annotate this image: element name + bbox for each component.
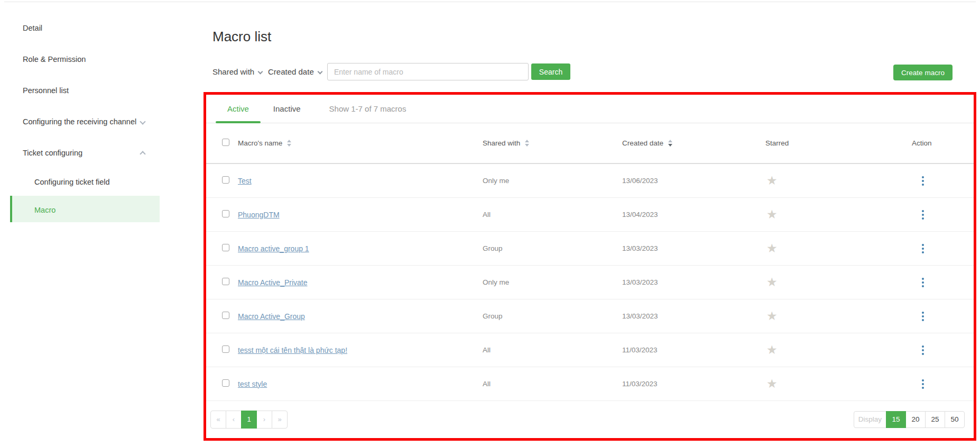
macro-name-link[interactable]: Macro Active_Private <box>238 278 308 287</box>
star-icon[interactable]: ★ <box>766 310 778 322</box>
sidebar-item-macro[interactable]: Macro <box>34 206 56 214</box>
row-checkbox[interactable] <box>222 176 229 184</box>
macro-name-link[interactable]: test style <box>238 380 267 388</box>
page-size-option-25[interactable]: 25 <box>925 411 945 428</box>
search-button[interactable]: Search <box>531 63 570 80</box>
star-icon[interactable]: ★ <box>766 276 778 288</box>
row-actions-kebab-icon[interactable] <box>920 378 926 390</box>
chevron-down-icon <box>317 69 322 75</box>
page-navigation: « ‹ 1 › » <box>210 411 288 429</box>
sidebar-item-personnel-list[interactable]: Personnel list <box>23 86 69 95</box>
tab-active[interactable]: Active <box>216 95 261 123</box>
row-checkbox[interactable] <box>222 312 229 319</box>
tab-bar: Active Inactive Show 1-7 of 7 macros <box>206 95 974 123</box>
column-header-created-date[interactable]: Created date <box>622 139 765 147</box>
previous-page-button[interactable]: ‹ <box>226 411 242 429</box>
table-body: Test Only me 13/06/2023 ★ PhuongDTM All … <box>206 164 974 401</box>
next-page-button[interactable]: › <box>256 411 272 429</box>
shared-with-value: Only me <box>483 177 622 185</box>
chevron-down-icon <box>258 69 263 75</box>
column-header-shared-with[interactable]: Shared with <box>483 139 622 147</box>
row-checkbox[interactable] <box>222 345 229 353</box>
chevron-down-icon[interactable] <box>140 119 145 124</box>
macro-name-link[interactable]: PhuongDTM <box>238 211 280 219</box>
star-icon[interactable]: ★ <box>766 175 778 187</box>
created-date-filter-dropdown[interactable]: Created date <box>268 67 322 76</box>
sort-desc-icon[interactable] <box>668 140 672 147</box>
macro-name-link[interactable]: tesst một cái tên thật là phức tạp! <box>238 346 347 354</box>
table-row: tesst một cái tên thật là phức tạp! All … <box>206 333 974 367</box>
created-date-value: 13/04/2023 <box>622 211 765 219</box>
sidebar-item-detail[interactable]: Detail <box>23 24 42 32</box>
select-all-checkbox[interactable] <box>222 139 229 146</box>
row-actions-kebab-icon[interactable] <box>920 344 926 357</box>
sidebar-item-ticket-configuring[interactable]: Ticket configuring <box>23 149 82 157</box>
column-header-starred: Starred <box>765 139 912 147</box>
table-row: Macro Active_Private Only me 13/03/2023 … <box>206 266 974 299</box>
results-summary: Show 1-7 of 7 macros <box>329 95 406 123</box>
created-date-value: 13/03/2023 <box>622 244 765 252</box>
shared-with-value: All <box>483 211 622 219</box>
annotation-rectangle: Active Inactive Show 1-7 of 7 macros Mac… <box>204 92 976 441</box>
shared-with-value: All <box>483 380 622 388</box>
row-checkbox[interactable] <box>222 244 229 251</box>
row-actions-kebab-icon[interactable] <box>920 208 926 221</box>
sort-icon[interactable] <box>525 140 529 147</box>
row-checkbox[interactable] <box>222 278 229 285</box>
row-checkbox[interactable] <box>222 210 229 217</box>
macro-name-link[interactable]: Macro active_group 1 <box>238 244 309 253</box>
page: Detail Role & Permission Personnel list … <box>0 0 980 446</box>
table-header: Macro's name Shared with Created date St… <box>206 123 974 164</box>
created-date-value: 11/03/2023 <box>622 346 765 354</box>
table-row: Test Only me 13/06/2023 ★ <box>206 164 974 198</box>
row-actions-kebab-icon[interactable] <box>920 242 926 255</box>
column-header-macro-name[interactable]: Macro's name <box>238 139 483 147</box>
created-date-value: 13/03/2023 <box>622 312 765 320</box>
row-actions-kebab-icon[interactable] <box>920 276 926 289</box>
table-row: Macro Active_Group Group 13/03/2023 ★ <box>206 299 974 333</box>
page-size-selector: Display 15 20 25 50 <box>854 411 965 428</box>
star-icon[interactable]: ★ <box>766 242 778 254</box>
chevron-up-icon[interactable] <box>140 151 145 157</box>
table-row: PhuongDTM All 13/04/2023 ★ <box>206 198 974 232</box>
first-page-button[interactable]: « <box>210 411 226 429</box>
shared-with-value: Group <box>483 312 622 320</box>
page-title: Macro list <box>212 29 271 45</box>
table-row: test style All 11/03/2023 ★ <box>206 367 974 401</box>
macro-name-link[interactable]: Macro Active_Group <box>238 312 305 321</box>
row-checkbox[interactable] <box>222 379 229 387</box>
created-date-value: 13/03/2023 <box>622 278 765 286</box>
page-size-display-label: Display <box>854 411 886 428</box>
row-actions-kebab-icon[interactable] <box>920 310 926 323</box>
sidebar-item-role-permission[interactable]: Role & Permission <box>23 55 86 63</box>
created-date-filter-label: Created date <box>268 67 314 76</box>
shared-with-value: Group <box>483 244 622 252</box>
created-date-value: 11/03/2023 <box>622 380 765 388</box>
page-size-option-50[interactable]: 50 <box>945 411 965 428</box>
shared-with-value: Only me <box>483 278 622 286</box>
table-row: Macro active_group 1 Group 13/03/2023 ★ <box>206 232 974 266</box>
create-macro-button[interactable]: Create macro <box>893 65 953 80</box>
tab-inactive[interactable]: Inactive <box>273 95 301 123</box>
page-size-option-20[interactable]: 20 <box>905 411 926 428</box>
sort-icon[interactable] <box>287 140 291 147</box>
row-actions-kebab-icon[interactable] <box>920 175 926 187</box>
last-page-button[interactable]: » <box>272 411 288 429</box>
search-input[interactable] <box>327 63 529 80</box>
shared-with-filter-label: Shared with <box>212 67 254 76</box>
star-icon[interactable]: ★ <box>766 378 778 390</box>
sidebar-item-receiving-channel[interactable]: Configuring the receiving channel <box>23 117 136 126</box>
sidebar-active-highlight <box>10 196 160 222</box>
column-header-action: Action <box>912 139 974 147</box>
shared-with-value: All <box>483 346 622 354</box>
macro-name-link[interactable]: Test <box>238 177 252 185</box>
pagination-bar: « ‹ 1 › » Display 15 20 25 50 <box>206 401 974 438</box>
star-icon[interactable]: ★ <box>766 208 778 221</box>
shared-with-filter-dropdown[interactable]: Shared with <box>212 67 262 76</box>
sidebar-item-configuring-ticket-field[interactable]: Configuring ticket field <box>34 178 110 186</box>
page-size-option-15[interactable]: 15 <box>886 411 906 428</box>
star-icon[interactable]: ★ <box>766 344 778 356</box>
sidebar: Detail Role & Permission Personnel list … <box>0 0 164 446</box>
created-date-value: 13/06/2023 <box>622 177 765 185</box>
current-page-button[interactable]: 1 <box>241 411 257 429</box>
